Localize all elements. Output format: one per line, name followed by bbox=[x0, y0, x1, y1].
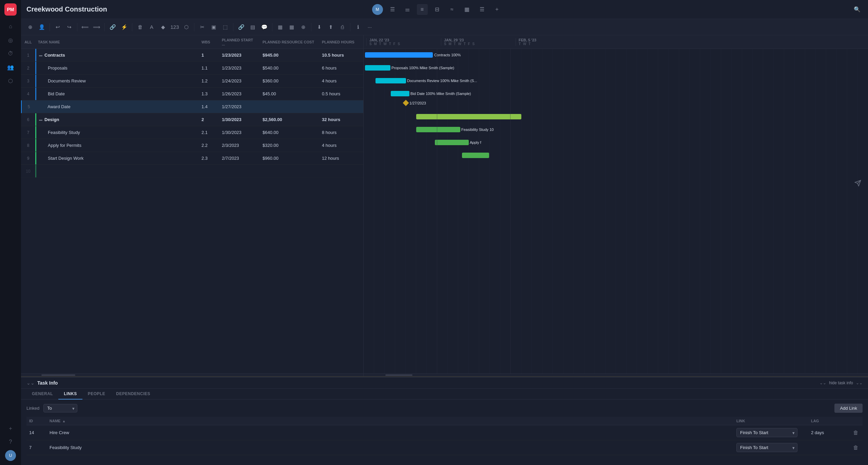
row-cost: $360.00 bbox=[260, 78, 319, 83]
row-hours: 8 hours bbox=[319, 130, 363, 135]
sidebar-item-notifications[interactable]: ◎ bbox=[4, 34, 17, 46]
table-row[interactable]: 8 Apply for Permits 2.2 2/3/2023 $320.00… bbox=[21, 139, 363, 152]
table-row[interactable]: 1 ▬ Contracts 1 1/23/2023 $945.00 10.5 h… bbox=[21, 49, 363, 62]
more-button[interactable]: ··· bbox=[365, 22, 375, 32]
redo-button[interactable]: ↪ bbox=[64, 22, 74, 32]
row-wbs: 1.1 bbox=[199, 65, 219, 71]
number-button[interactable]: 123 bbox=[170, 22, 180, 32]
import-button[interactable]: ⬆ bbox=[326, 22, 336, 32]
row-cost: $2,560.00 bbox=[260, 117, 319, 122]
row-hours: 4 hours bbox=[319, 78, 363, 83]
row-number: 6 bbox=[21, 117, 35, 122]
table-header: ALL TASK NAME WBS PLANNED START ... PLAN… bbox=[21, 35, 363, 49]
copy-button[interactable]: ▣ bbox=[209, 22, 219, 32]
row-wbs: 2.3 bbox=[199, 156, 219, 161]
row-number: 7 bbox=[21, 130, 35, 135]
sidebar-item-home[interactable]: ⌂ bbox=[4, 20, 17, 33]
row-cost: $960.00 bbox=[260, 156, 319, 161]
row-start: 2/3/2023 bbox=[219, 143, 260, 148]
row-hours: 10.5 hours bbox=[319, 53, 363, 58]
zoom-button[interactable]: ⊕ bbox=[298, 22, 308, 32]
row-start: 1/23/2023 bbox=[219, 65, 260, 71]
paste-button[interactable]: ⬚ bbox=[220, 22, 230, 32]
content-area: ALL TASK NAME WBS PLANNED START ... PLAN… bbox=[21, 35, 434, 233]
split-view-button[interactable]: ▦ bbox=[275, 22, 285, 32]
row-start: 1/30/2023 bbox=[219, 117, 260, 122]
left-sidebar: PM ⌂ ◎ ⏱ 👥 ⬡ ＋ ? U bbox=[0, 0, 21, 233]
row-hours: 32 hours bbox=[319, 117, 363, 122]
unlink-button[interactable]: ⚡ bbox=[119, 22, 129, 32]
row-number: 9 bbox=[21, 156, 35, 161]
info-button[interactable]: ℹ bbox=[353, 22, 363, 32]
col-header-start: PLANNED START ... bbox=[219, 38, 260, 46]
row-number: 10 bbox=[21, 169, 35, 174]
table-row[interactable]: 9 Start Design Work 2.3 2/7/2023 $960.00… bbox=[21, 152, 363, 165]
shape-button[interactable]: ⬡ bbox=[181, 22, 191, 32]
color-button[interactable]: ◆ bbox=[158, 22, 168, 32]
text-button[interactable]: A bbox=[147, 22, 157, 32]
row-wbs: 1 bbox=[199, 53, 219, 58]
gantt-days-1: S M T W T F S bbox=[369, 42, 434, 46]
row-task-name: Bid Date bbox=[36, 91, 199, 96]
delete-button[interactable]: 🗑 bbox=[135, 22, 145, 32]
row-start: 1/24/2023 bbox=[219, 78, 260, 83]
chart-view-icon[interactable]: ⚌ bbox=[402, 4, 413, 15]
gantt-bar-docs bbox=[375, 78, 406, 83]
table-row[interactable]: 10 bbox=[21, 165, 363, 178]
export-button[interactable]: ⬇ bbox=[314, 22, 324, 32]
note-button[interactable]: ▤ bbox=[248, 22, 258, 32]
link-button[interactable]: 🔗 bbox=[108, 22, 118, 32]
row-hours: 0.5 hours bbox=[319, 91, 363, 96]
table-view-icon[interactable]: ⊟ bbox=[432, 4, 435, 15]
row-cost: $320.00 bbox=[260, 143, 319, 148]
row-task-name: Award Date bbox=[36, 104, 199, 109]
row-number: 5 bbox=[22, 104, 36, 109]
gantt-body: Contracts 100% Proposals 100% Mike Smith… bbox=[364, 49, 434, 233]
undo-button[interactable]: ↩ bbox=[53, 22, 63, 32]
row-hours: 4 hours bbox=[319, 143, 363, 148]
gantt-area: ALL TASK NAME WBS PLANNED START ... PLAN… bbox=[21, 35, 434, 233]
table-row[interactable]: 5 Award Date 1.4 1/27/2023 bbox=[21, 100, 363, 113]
row-number: 1 bbox=[21, 53, 35, 58]
table-row[interactable]: 6 ▬ Design 2 1/30/2023 $2,560.00 32 hour… bbox=[21, 113, 363, 126]
row-start: 1/23/2023 bbox=[219, 53, 260, 58]
row-task-name: ▬ Design bbox=[36, 117, 199, 122]
add-task-button[interactable]: ⊕ bbox=[25, 22, 35, 32]
row-cost: $45.00 bbox=[260, 91, 319, 96]
comment-button[interactable]: 💬 bbox=[259, 22, 269, 32]
table-row[interactable]: 3 Documents Review 1.2 1/24/2023 $360.00… bbox=[21, 75, 363, 88]
gantt-label-docs: Documents Review 100% Mike Smith (S... bbox=[407, 78, 434, 83]
gantt-bar-feasibility bbox=[416, 127, 434, 132]
app-logo: PM bbox=[4, 3, 17, 16]
sidebar-item-people[interactable]: 👥 bbox=[4, 61, 17, 73]
gantt-bar-contracts bbox=[365, 52, 433, 58]
gantt-header: JAN, 22 '23 S M T W T F S JAN, 29 '23 S … bbox=[364, 35, 434, 49]
columns-button[interactable]: ▦ bbox=[287, 22, 297, 32]
row-task-name: ▬ Contracts bbox=[36, 53, 199, 58]
indent-right-button[interactable]: ⟹ bbox=[92, 22, 102, 32]
print-button[interactable]: ⎙ bbox=[337, 22, 347, 32]
project-title: Creekwood Construction bbox=[26, 5, 368, 13]
top-bar: Creekwood Construction M ☰ ⚌ ≡ ⊟ ≈ ▦ ☰ ＋… bbox=[21, 0, 434, 19]
collapse-icon[interactable]: ▬ bbox=[39, 118, 42, 121]
collapse-icon[interactable]: ▬ bbox=[39, 53, 42, 57]
indent-left-button[interactable]: ⟸ bbox=[80, 22, 90, 32]
col-header-hours: PLANNED HOURS bbox=[319, 40, 363, 44]
list-view-icon[interactable]: ☰ bbox=[387, 4, 398, 15]
table-row[interactable]: 7 Feasibility Study 2.1 1/30/2023 $640.0… bbox=[21, 126, 363, 139]
col-header-cost: PLANNED RESOURCE COST bbox=[260, 40, 319, 44]
sidebar-item-recent[interactable]: ⏱ bbox=[4, 47, 17, 60]
table-row[interactable]: 4 Bid Date 1.3 1/26/2023 $45.00 0.5 hour… bbox=[21, 88, 363, 100]
table-row[interactable]: 2 Proposals 1.1 1/23/2023 $540.00 6 hour… bbox=[21, 62, 363, 75]
row-wbs: 1.3 bbox=[199, 91, 219, 96]
row-task-name: Proposals bbox=[36, 65, 199, 71]
gantt-view-icon[interactable]: ≡ bbox=[417, 4, 428, 15]
row-start: 2/7/2023 bbox=[219, 156, 260, 161]
attach-button[interactable]: 🔗 bbox=[236, 22, 246, 32]
row-number: 2 bbox=[21, 66, 35, 71]
row-wbs: 2 bbox=[199, 117, 219, 122]
sidebar-item-portfolio[interactable]: ⬡ bbox=[4, 75, 17, 87]
cut-button[interactable]: ✂ bbox=[197, 22, 207, 32]
row-cost: $945.00 bbox=[260, 53, 319, 58]
add-user-button[interactable]: 👤 bbox=[37, 22, 47, 32]
